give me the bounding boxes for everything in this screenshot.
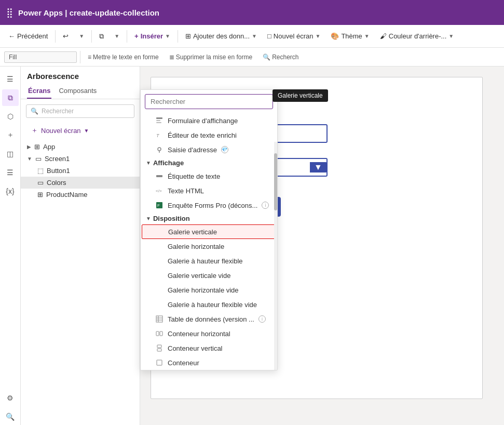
bg-color-icon: 🖌 (380, 32, 387, 40)
menu-item-galerie-horizontale[interactable]: Galerie horizontale (141, 239, 277, 254)
new-screen-sidebar-button[interactable]: ＋ Nouvel écran ▼ (26, 123, 134, 138)
format-text-button[interactable]: ≡ Mettre le texte en forme (84, 52, 163, 62)
svg-text:</>: </> (156, 189, 162, 193)
add-data-button[interactable]: ⊞ Ajouter des donn... ▼ (181, 30, 261, 42)
menu-item-address[interactable]: Saisie d'adresse 💎 (141, 142, 277, 157)
galerie-verticale-tooltip: Galerie verticale (273, 89, 328, 102)
screen1-chevron: ▼ (27, 156, 32, 162)
new-screen-button[interactable]: □ Nouvel écran ▼ (263, 30, 324, 42)
table-info-icon: i (258, 315, 266, 323)
sidebar-tabs: Écrans Composants (21, 84, 140, 99)
tree-item-button1[interactable]: ⬚ Button1 (21, 165, 140, 177)
toolbar-separator2 (91, 30, 92, 43)
menu-item-galerie-hauteur-flex-vide[interactable]: Galerie à hauteur flexible vide (141, 297, 277, 312)
insert-search-input[interactable] (145, 94, 273, 109)
label-icon (155, 172, 164, 180)
tree-item-screen1[interactable]: ▼ ▭ Screen1 (21, 153, 140, 165)
new-screen-dropdown-icon: ▼ (84, 128, 89, 134)
sidebar: Arborescence Écrans Composants 🔍 Recherc… (21, 67, 140, 425)
menu-item-galerie-horizontale-vide[interactable]: Galerie horizontale vide (141, 283, 277, 297)
search-text-button[interactable]: 🔍 Recherch (258, 52, 303, 62)
address-info-icon: 💎 (221, 146, 228, 153)
svg-rect-6 (156, 175, 162, 177)
hamburger-icon[interactable]: ☰ (2, 71, 19, 87)
layers-icon[interactable]: ⧉ (2, 89, 19, 106)
app-icon: ⊞ (34, 143, 40, 151)
menu-item-conteneur[interactable]: Conteneur (141, 355, 277, 370)
components-icon[interactable]: ◫ (2, 145, 19, 162)
tree-item-colors[interactable]: ▭ Colors (21, 177, 140, 189)
property-selector[interactable]: Fill (4, 51, 77, 63)
menu-item-conteneur-vertical[interactable]: Conteneur vertical (141, 341, 277, 355)
colors-icon: ▭ (37, 179, 44, 187)
copy-button[interactable]: ⧉ (95, 30, 108, 43)
svg-point-4 (158, 148, 161, 151)
search-nav-icon[interactable]: 🔍 (2, 408, 19, 425)
new-screen-icon: □ (267, 32, 271, 40)
button1-icon: ⬚ (37, 167, 44, 175)
menu-item-table-donnees[interactable]: Table de données (version ... i (141, 312, 277, 326)
back-button[interactable]: ← Précédent (4, 30, 52, 42)
menu-item-form[interactable]: Formulaire d'affichange (141, 113, 277, 128)
dropdown-arrow-icon: ▼ (310, 162, 326, 172)
menu-scroll-thumb[interactable] (274, 153, 277, 210)
menu-item-forms-pro[interactable]: F Enquête Forms Pro (décons... i (141, 198, 277, 212)
tree-item-app[interactable]: ▶ ⊞ App (21, 141, 140, 153)
theme-button[interactable]: 🎨 Thème ▼ (326, 30, 373, 42)
address-icon (155, 145, 164, 154)
toolbar: ← Précédent ↩ ▼ ⧉ ▼ + Insérer ▼ ⊞ Ajoute… (0, 25, 504, 48)
menu-item-galerie-verticale-vide[interactable]: Galerie verticale vide (141, 268, 277, 283)
insert-button[interactable]: + Insérer ▼ (130, 30, 174, 42)
section-disposition[interactable]: ▼ Disposition (141, 212, 277, 224)
undo-dropdown-button[interactable]: ▼ (75, 31, 88, 41)
forms-pro-icon: F (155, 201, 164, 209)
add-data-arrow: ▼ (252, 33, 257, 39)
variables-icon[interactable]: ☰ (2, 164, 19, 181)
search-icon: 🔍 (263, 54, 270, 61)
grid-dots-icon[interactable]: ⣿ (6, 7, 13, 18)
galerie-hauteur-flex-icon (155, 257, 164, 265)
affichage-chevron: ▼ (146, 160, 151, 166)
galerie-horiz-vide-icon (155, 286, 164, 294)
remove-format-icon: ≣ (169, 54, 174, 61)
app-title: Power Apps | create-update-collection (18, 8, 159, 17)
app-chevron: ▶ (27, 144, 31, 150)
insert-dropdown-menu: Formulaire d'affichange T Éditeur de tex… (140, 89, 278, 370)
menu-item-galerie-hauteur-flexible[interactable]: Galerie à hauteur flexible (141, 254, 277, 268)
menu-item-rich-text[interactable]: T Éditeur de texte enrichi (141, 128, 277, 142)
html-text-icon: </> (155, 187, 164, 195)
copy-dropdown-button[interactable]: ▼ (110, 31, 124, 41)
tools-icon[interactable]: ⚙ (2, 390, 19, 406)
forms-pro-info-icon: i (262, 202, 269, 209)
bg-color-button[interactable]: 🖌 Couleur d'arrière-... ▼ (376, 30, 458, 42)
menu-item-label[interactable]: Étiquette de texte (141, 169, 277, 183)
productname-icon: ⊞ (37, 191, 43, 198)
plus-icon: + (134, 32, 139, 40)
toolbar-separator4 (178, 30, 178, 43)
formulas-icon[interactable]: {x} (2, 183, 19, 200)
menu-item-conteneur-horizontal[interactable]: Conteneur horizontal (141, 326, 277, 341)
svg-rect-18 (157, 360, 162, 365)
rich-text-icon: T (155, 131, 164, 139)
sidebar-search[interactable]: 🔍 Rechercher (26, 104, 134, 118)
new-screen-plus-icon: ＋ (31, 126, 38, 135)
svg-rect-2 (156, 122, 161, 123)
back-arrow-icon: ← (8, 32, 15, 40)
toolbar-separator (55, 30, 56, 43)
new-screen-arrow: ▼ (315, 33, 320, 39)
remove-format-button[interactable]: ≣ Supprimer la mise en forme (165, 52, 256, 62)
disposition-chevron: ▼ (146, 216, 151, 221)
conteneur-h-icon (155, 329, 164, 338)
tree-item-productname[interactable]: ⊞ ProductName (21, 189, 140, 201)
galerie-horizontale-icon (155, 242, 164, 250)
menu-item-html-text[interactable]: </> Texte HTML (141, 183, 277, 198)
screen1-icon: ▭ (35, 155, 42, 163)
tab-components[interactable]: Composants (58, 84, 98, 99)
section-affichage[interactable]: ▼ Affichage (141, 157, 277, 169)
data-icon[interactable]: ⬡ (2, 108, 19, 125)
tab-screens[interactable]: Écrans (27, 84, 51, 99)
format-icon: ≡ (88, 54, 91, 61)
plus-nav-icon[interactable]: ＋ (2, 127, 19, 143)
menu-item-galerie-verticale[interactable]: Galerie verticale (142, 224, 276, 239)
undo-button[interactable]: ↩ (59, 30, 73, 42)
